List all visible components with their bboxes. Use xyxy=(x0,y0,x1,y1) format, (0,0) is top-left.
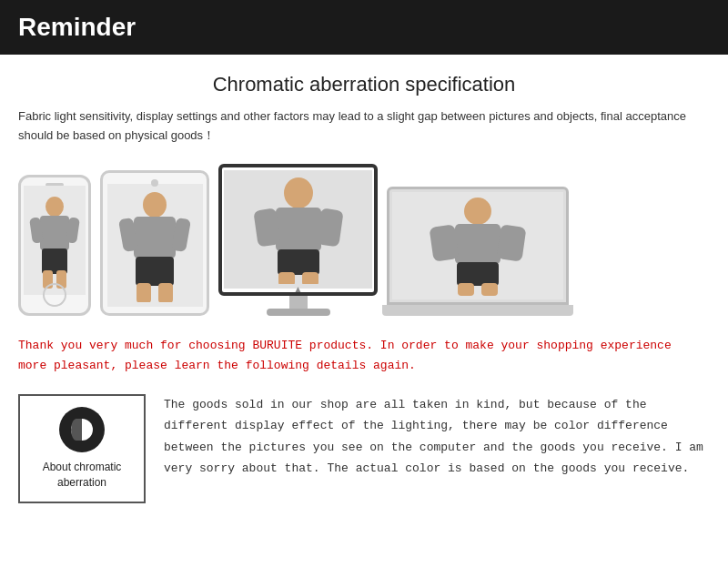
section-title: Chromatic aberration specification xyxy=(18,73,710,96)
svg-rect-1 xyxy=(40,216,69,250)
chromatic-box: About chromatic aberration xyxy=(18,394,146,503)
svg-rect-11 xyxy=(136,257,174,286)
svg-rect-20 xyxy=(302,272,318,284)
chromatic-aberration-icon xyxy=(59,407,105,452)
svg-rect-22 xyxy=(455,224,500,264)
laptop-frame xyxy=(387,187,569,316)
monitor-base xyxy=(267,309,330,316)
svg-rect-4 xyxy=(42,248,67,274)
svg-rect-27 xyxy=(481,283,498,296)
tablet-figure-icon xyxy=(114,188,196,302)
svg-rect-6 xyxy=(56,270,66,289)
monitor-neck xyxy=(289,296,308,309)
svg-rect-25 xyxy=(457,262,499,286)
svg-rect-8 xyxy=(134,217,176,259)
phone-screen xyxy=(24,186,86,295)
svg-point-14 xyxy=(284,177,313,208)
monitor-logo-icon: ▲ xyxy=(294,284,303,294)
svg-rect-12 xyxy=(136,283,151,302)
monitor-frame: ▲ xyxy=(218,164,378,296)
svg-rect-23 xyxy=(429,224,459,262)
svg-rect-5 xyxy=(43,270,53,289)
info-section: About chromatic aberration The goods sol… xyxy=(18,394,710,503)
red-text-section: Thank you very much for choosing BURUITE… xyxy=(18,336,710,376)
laptop-screen-inner xyxy=(392,192,563,299)
red-text-line1: Thank you very much for choosing BURUITE… xyxy=(18,336,710,356)
laptop-figure-icon xyxy=(400,196,555,296)
phone-figure-icon xyxy=(27,190,82,290)
tablet-device xyxy=(100,170,209,316)
monitor-stand: ▲ xyxy=(218,164,378,316)
laptop-base xyxy=(382,305,573,316)
main-content: Chromatic aberration specification Fabri… xyxy=(0,55,728,522)
red-text-line2: more pleasant, please learn the followin… xyxy=(18,356,710,376)
tablet-frame xyxy=(100,170,209,316)
header-bar: Reminder xyxy=(0,0,728,55)
svg-rect-15 xyxy=(276,208,321,251)
svg-point-0 xyxy=(46,197,64,217)
svg-rect-18 xyxy=(278,249,319,275)
phone-frame xyxy=(18,175,91,316)
devices-row: ▲ xyxy=(18,164,710,316)
subtitle-text: Fabric light sensitivity, display settin… xyxy=(18,107,710,146)
tablet-screen xyxy=(107,184,203,307)
phone-device xyxy=(18,175,91,316)
svg-rect-13 xyxy=(158,283,173,302)
laptop-device xyxy=(387,187,569,316)
svg-rect-24 xyxy=(496,224,526,262)
chromatic-icon-inner xyxy=(71,419,93,441)
monitor-device: ▲ xyxy=(218,164,378,316)
info-text: The goods sold in our shop are all taken… xyxy=(164,394,710,480)
chromatic-label: About chromatic aberration xyxy=(43,460,122,491)
monitor-screen xyxy=(224,170,372,289)
page-title: Reminder xyxy=(18,13,710,42)
svg-rect-19 xyxy=(278,272,295,284)
monitor-figure-icon xyxy=(230,175,367,284)
svg-point-7 xyxy=(143,192,167,218)
svg-rect-26 xyxy=(458,283,474,296)
svg-point-21 xyxy=(464,198,491,225)
laptop-screen xyxy=(387,187,569,305)
